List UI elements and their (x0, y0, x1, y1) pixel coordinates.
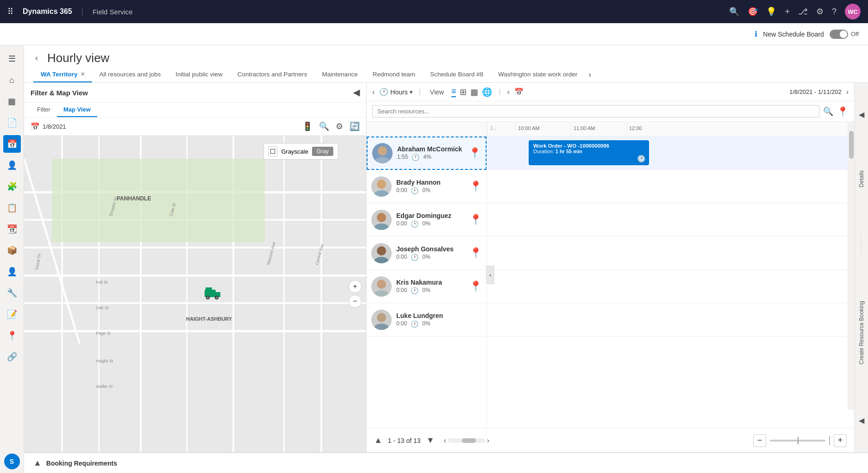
schedule-panel: ‹ 🕐 Hours ▾ | View ≡ ⊞ ▦ 🌐 | ‹ (367, 83, 854, 452)
clock-icon: 🕐 (379, 87, 388, 96)
tab-initial-public[interactable]: Initial public view (168, 67, 230, 82)
map-date-label: 📅 1/8/2021 (31, 122, 66, 131)
sidebar-location[interactable]: 📍 (3, 327, 21, 344)
zoom-out-button[interactable]: − (349, 295, 362, 308)
zoom-plus-btn[interactable]: + (834, 434, 847, 447)
settings-icon[interactable]: ⚙ (816, 6, 824, 17)
sidebar-schedule[interactable]: 📅 (3, 135, 21, 153)
filter-tab-mapview[interactable]: Map View (57, 103, 97, 117)
refresh-icon[interactable]: 🔄 (350, 121, 360, 131)
resource-name-5: Luke Lundgren (396, 312, 482, 319)
resource-row-4[interactable]: Kris Nakamura 0:00 🕐 0% 📍 (367, 270, 487, 303)
collapse-schedule-left[interactable]: ‹ (486, 266, 494, 284)
sidebar-calendar2[interactable]: 📆 (3, 220, 21, 238)
avatar-1 (371, 176, 392, 197)
grayscale-checkbox[interactable]: ☐ (269, 146, 277, 156)
resource-row-5[interactable]: Luke Lundgren 0:00 🕐 0% (367, 303, 487, 336)
tab-redmond[interactable]: Redmond team (365, 67, 423, 82)
zoom-search-icon[interactable]: 🔍 (319, 121, 329, 131)
schedule-toggle[interactable] (830, 30, 848, 39)
sidebar-dashboard[interactable]: ▦ (3, 93, 21, 110)
avatar-3 (371, 243, 392, 263)
user-avatar[interactable]: WC (845, 4, 861, 19)
map-tools: 🚦 🔍 ⚙ 🔄 (302, 121, 360, 131)
help-icon[interactable]: ? (832, 7, 837, 17)
tab-maintenance[interactable]: Maintenance (314, 67, 365, 82)
view-label: View (430, 88, 444, 96)
create-booking-label[interactable]: Create Resource Booking (858, 301, 865, 364)
sidebar-user-initial[interactable]: S (4, 454, 20, 469)
search-icon[interactable]: 🔍 (729, 6, 739, 17)
vertical-scrollbar[interactable] (848, 122, 854, 410)
search-icon-sched[interactable]: 🔍 (823, 106, 833, 117)
sched-date-right[interactable]: › (846, 88, 849, 96)
scroll-down-btn[interactable]: ▼ (426, 436, 435, 445)
chevron-down-icon: ▾ (410, 89, 412, 95)
traffic-icon[interactable]: 🚦 (302, 121, 312, 131)
filter-icon[interactable]: ⎇ (798, 6, 808, 17)
target-icon[interactable]: 🎯 (748, 6, 758, 17)
grid-view-icon[interactable]: ⊞ (460, 87, 467, 97)
scroll-up-btn[interactable]: ▲ (374, 436, 382, 445)
map-background: PANHANDLE HAIGHT-ASHBURY Shrader St Cole… (24, 136, 366, 452)
h-scroll-right[interactable]: › (487, 436, 489, 445)
tab-contractors[interactable]: Contractors and Partners (230, 67, 315, 82)
search-bar: 🔍 📍 (367, 101, 854, 122)
details-label[interactable]: Details (858, 170, 865, 187)
sidebar-list[interactable]: 📋 (3, 199, 21, 217)
zoom-minus-btn[interactable]: − (753, 434, 766, 447)
plus-icon[interactable]: + (785, 7, 790, 17)
resource-row-3[interactable]: Joseph Gonsalves 0:00 🕐 0% 📍 (367, 236, 487, 270)
sidebar-box[interactable]: 📦 (3, 242, 21, 259)
table-view-icon[interactable]: ▦ (470, 87, 478, 97)
filter-tab-filter[interactable]: Filter (31, 103, 57, 117)
details-collapse-top[interactable]: ◀ (859, 110, 864, 119)
grid-icon[interactable]: ⠿ (7, 6, 13, 17)
location-icon[interactable]: 📍 (837, 106, 849, 117)
sidebar-home[interactable]: ⌂ (3, 71, 21, 89)
resource-row-0[interactable]: Abraham McCormick 1:55 🕐 4% 📍 (367, 137, 487, 170)
page-nav-left[interactable]: ‹ (33, 51, 40, 65)
tab-close-wa[interactable]: ✕ (81, 71, 85, 77)
lightbulb-icon[interactable]: 💡 (766, 6, 776, 17)
filter-map-collapse[interactable]: ◀ (353, 87, 360, 98)
tab-schedule-board-8[interactable]: Schedule Board #8 (423, 67, 491, 82)
work-order-block[interactable]: Work Order - WO -1000000086 Duration: 1 … (529, 140, 649, 165)
search-resources-input[interactable] (372, 105, 819, 118)
gray-button[interactable]: Gray (312, 147, 333, 156)
sidebar-wrench[interactable]: 🔧 (3, 284, 21, 302)
h-scroll-left[interactable]: ‹ (443, 436, 446, 445)
sidebar-profile[interactable]: 👤 (3, 263, 21, 280)
h-scrollbar[interactable] (448, 438, 485, 443)
details-collapse-bottom[interactable]: ◀ (859, 416, 864, 425)
calendar-icon: 📅 (31, 122, 40, 131)
sidebar-puzzle[interactable]: 🧩 (3, 178, 21, 195)
list-view-icon[interactable]: ≡ (451, 87, 456, 97)
resource-row-2[interactable]: Edgar Dominguez 0:00 🕐 0% 📍 (367, 203, 487, 236)
zoom-in-button[interactable]: + (349, 280, 362, 293)
resource-row-1[interactable]: Brady Hannon 0:00 🕐 0% 📍 (367, 170, 487, 203)
map-settings-icon[interactable]: ⚙ (336, 121, 343, 131)
sched-date-left[interactable]: ‹ (507, 88, 510, 96)
svg-rect-2 (24, 247, 366, 249)
sidebar-links[interactable]: 🔗 (3, 348, 21, 366)
toggle-wrap[interactable]: Off (830, 30, 859, 39)
sidebar-notes[interactable]: 📝 (3, 305, 21, 323)
sidebar-documents[interactable]: 📄 (3, 114, 21, 131)
tab-all-resources[interactable]: All resources and jobs (92, 67, 169, 82)
zoom-sep (829, 436, 830, 445)
hours-dropdown[interactable]: 🕐 Hours ▾ (379, 87, 412, 96)
app-brand: Dynamics 365 (23, 7, 72, 16)
grayscale-popup: ☐ Grayscale Gray (263, 143, 338, 160)
globe-view-icon[interactable]: 🌐 (482, 87, 492, 97)
tab-wa-territory[interactable]: WA Territory ✕ (33, 67, 92, 82)
sched-nav-left[interactable]: ‹ (372, 88, 375, 96)
scrollbar-thumb[interactable] (849, 131, 854, 159)
tab-washington-state[interactable]: Washington state work order (491, 67, 585, 82)
wo-duration: Duration: 1 hr 55 min (533, 149, 644, 154)
tabs-nav-right[interactable]: › (587, 68, 593, 81)
sidebar-menu[interactable]: ☰ (3, 50, 21, 68)
sidebar-people[interactable]: 👤 (3, 156, 21, 174)
page-info: 1 - 13 of 13 (388, 437, 421, 444)
booking-req-collapse[interactable]: ▲ (33, 458, 42, 468)
